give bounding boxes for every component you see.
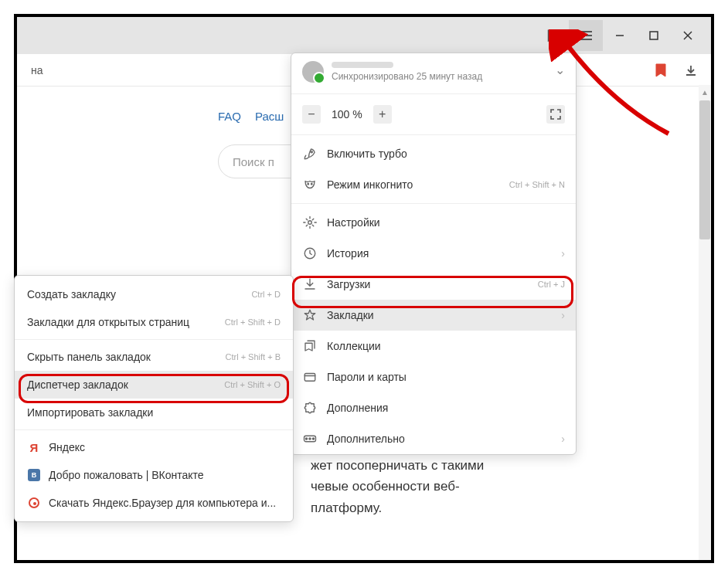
menu-label: Закладки [327, 309, 556, 321]
submenu-label: Закладки для открытых страниц [27, 316, 225, 328]
submenu-item[interactable]: Диспетчер закладокCtrl + Shift + O [15, 371, 293, 399]
menu-label: Дополнительно [327, 433, 556, 445]
menu-item-gear[interactable]: Настройки [291, 207, 576, 238]
menu-item-star[interactable]: Закладки› [291, 300, 576, 331]
yandex-icon: Я [27, 440, 41, 454]
download-icon[interactable] [685, 64, 697, 76]
shortcut: Ctrl + J [538, 280, 565, 289]
fullscreen-button[interactable] [546, 105, 565, 124]
menu-item-puzzle[interactable]: Дополнения [291, 392, 576, 423]
menu-label: История [327, 247, 556, 260]
svg-point-14 [305, 438, 307, 440]
shortcut: Ctrl + Shift + N [509, 180, 565, 189]
bookmark-panel-icon[interactable] [535, 20, 569, 51]
submenu-label: Диспетчер закладок [27, 378, 224, 391]
submenu-label: Скачать Яндекс.Браузер для компьютера и.… [49, 497, 281, 509]
minimize-button[interactable] [603, 20, 637, 51]
sync-status: Синхронизировано 25 минут назад [332, 71, 565, 82]
submenu-label: Добро пожаловать | ВКонтакте [49, 469, 281, 481]
profile-section[interactable]: Синхронизировано 25 минут назад ⌄ [291, 53, 576, 90]
menu-item-rocket[interactable]: Включить турбо [291, 138, 576, 169]
svg-point-7 [311, 151, 312, 153]
submenu-item[interactable]: Создать закладкуCtrl + D [15, 280, 293, 308]
shortcut: Ctrl + D [251, 290, 281, 299]
rocket-icon [302, 146, 318, 161]
gear-icon [302, 215, 318, 230]
shortcut: Ctrl + Shift + D [225, 317, 281, 327]
chevron-right-icon: › [561, 247, 565, 260]
close-button[interactable] [671, 20, 705, 51]
menu-item-clock[interactable]: История› [291, 238, 576, 269]
svg-point-10 [308, 221, 312, 225]
submenu-label: Создать закладку [27, 288, 251, 300]
svg-point-16 [312, 438, 314, 440]
faq-link[interactable]: FAQ [218, 110, 241, 123]
separator [15, 339, 293, 340]
svg-point-15 [309, 438, 311, 440]
main-menu: Синхронизировано 25 минут назад ⌄ − 100 … [291, 53, 577, 455]
ext-link[interactable]: Расш [255, 110, 284, 123]
svg-rect-4 [650, 32, 658, 39]
mask-icon [302, 177, 318, 192]
zoom-in-button[interactable]: + [373, 105, 392, 124]
separator [291, 134, 576, 135]
submenu-label: Яндекс [49, 441, 281, 453]
titlebar [17, 17, 711, 54]
bookmarks-submenu: Создать закладкуCtrl + DЗакладки для отк… [14, 275, 294, 522]
download-icon [302, 277, 318, 292]
zoom-controls: − 100 % + [291, 97, 576, 131]
star-icon [302, 307, 318, 323]
menu-item-more[interactable]: Дополнительно› [291, 423, 576, 454]
menu-item-collections[interactable]: Коллекции [291, 331, 576, 361]
menu-item-card[interactable]: Пароли и карты [291, 361, 576, 392]
card-icon [302, 369, 318, 385]
menu-button[interactable] [569, 20, 603, 51]
menu-label: Коллекции [327, 340, 565, 352]
menu-label: Режим инкогнито [327, 178, 509, 191]
submenu-item[interactable]: Скрыть панель закладокCtrl + Shift + B [15, 343, 293, 371]
puzzle-icon [302, 400, 318, 416]
submenu-label: Скрыть панель закладок [27, 351, 225, 363]
menu-label: Дополнения [327, 402, 565, 414]
menu-label: Пароли и карты [327, 371, 565, 383]
menu-label: Загрузки [327, 278, 538, 290]
search-placeholder: Поиск п [233, 155, 274, 168]
more-icon [302, 431, 318, 446]
clock-icon [302, 246, 318, 261]
separator [291, 203, 576, 204]
submenu-label: Импортировать закладки [27, 406, 281, 419]
svg-rect-12 [304, 374, 315, 382]
ybrowser-icon [27, 496, 41, 510]
menu-label: Включить турбо [327, 148, 565, 160]
menu-item-download[interactable]: ЗагрузкиCtrl + J [291, 269, 576, 300]
bookmark-icon[interactable] [655, 63, 666, 77]
submenu-item[interactable]: Скачать Яндекс.Браузер для компьютера и.… [15, 489, 293, 517]
avatar-icon [302, 61, 324, 83]
shortcut: Ctrl + Shift + O [224, 380, 281, 389]
submenu-item[interactable]: BДобро пожаловать | ВКонтакте [15, 461, 293, 489]
chevron-down-icon[interactable]: ⌄ [555, 63, 565, 77]
separator [15, 429, 293, 430]
menu-item-mask[interactable]: Режим инкогнитоCtrl + Shift + N [291, 169, 576, 200]
zoom-out-button[interactable]: − [302, 105, 321, 124]
address-fragment: на [31, 64, 43, 76]
submenu-item[interactable]: ЯЯндекс [15, 433, 293, 461]
svg-point-9 [311, 184, 313, 185]
submenu-item[interactable]: Импортировать закладки [15, 399, 293, 426]
submenu-item[interactable]: Закладки для открытых страницCtrl + Shif… [15, 308, 293, 336]
chevron-right-icon: › [561, 309, 565, 321]
menu-label: Настройки [327, 216, 565, 229]
vk-icon: B [27, 468, 41, 482]
zoom-value: 100 % [327, 108, 367, 120]
svg-point-8 [308, 184, 309, 185]
collections-icon [302, 338, 318, 354]
maximize-button[interactable] [637, 20, 671, 51]
chevron-right-icon: › [561, 433, 565, 445]
separator [291, 93, 576, 94]
profile-name-placeholder [332, 62, 393, 68]
shortcut: Ctrl + Shift + B [225, 352, 281, 361]
